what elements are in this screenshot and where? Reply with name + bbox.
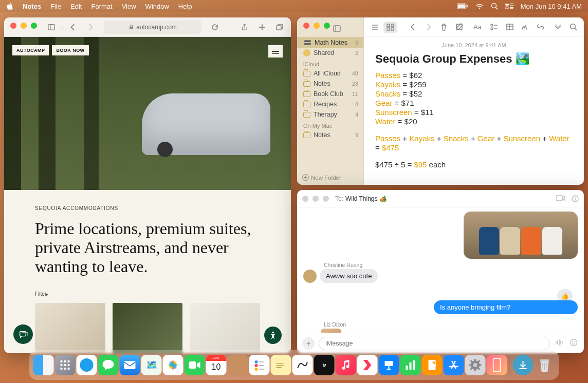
dock-calendar-icon[interactable]: JUN10 — [206, 355, 227, 375]
sidebar-toggle-icon[interactable] — [330, 23, 343, 34]
dock-news-icon[interactable] — [357, 355, 378, 375]
brand-badge[interactable]: AUTOCAMP — [12, 45, 49, 55]
site-menu-button[interactable] — [268, 45, 283, 58]
battery-icon[interactable] — [457, 3, 468, 9]
url-bar[interactable]: autocamp.com — [104, 21, 201, 34]
close-button[interactable] — [302, 196, 308, 202]
table-button[interactable] — [503, 22, 516, 33]
dock-downloads-icon[interactable] — [513, 355, 534, 375]
dock-finder-icon[interactable] — [33, 355, 54, 375]
folder-notes[interactable]: Notes 23 — [297, 79, 363, 89]
new-folder-button[interactable]: + New Folder — [302, 174, 341, 181]
forward-button[interactable] — [83, 21, 98, 33]
dock-notes-icon[interactable] — [271, 355, 291, 375]
wifi-icon[interactable] — [475, 3, 484, 9]
folder-book-club[interactable]: Book Club 11 — [297, 89, 363, 99]
facetime-icon[interactable] — [556, 195, 565, 201]
dock-reminders-icon[interactable] — [249, 355, 270, 375]
filter-button[interactable]: Filter▸ — [35, 291, 260, 297]
dock-tv-icon[interactable]: tv — [314, 355, 335, 375]
menu-edit[interactable]: Edit — [70, 3, 82, 10]
reload-button[interactable] — [208, 21, 222, 33]
minimize-button[interactable] — [313, 196, 319, 202]
accessibility-fab[interactable] — [264, 327, 282, 344]
message-input[interactable] — [319, 337, 550, 350]
outgoing-message[interactable]: Is anyone bringing film? — [434, 300, 578, 314]
delete-note-button[interactable] — [437, 22, 450, 33]
photo-message[interactable] — [464, 212, 578, 259]
menu-file[interactable]: File — [50, 3, 61, 10]
photo-attachment[interactable] — [321, 329, 341, 333]
dock-photos-icon[interactable] — [163, 355, 183, 375]
gallery-view-button[interactable] — [383, 22, 397, 33]
menu-format[interactable]: Format — [91, 3, 112, 10]
dock-messages-icon[interactable] — [98, 355, 119, 375]
minimize-button[interactable] — [314, 23, 320, 29]
dock-contacts-icon[interactable] — [228, 355, 248, 375]
menubar-clock[interactable]: Mon Jun 10 9:41 AM — [521, 3, 582, 10]
control-center-icon[interactable] — [505, 3, 513, 9]
chevron-down-icon[interactable]: ⌄ — [60, 24, 64, 30]
incoming-message[interactable]: Awww soo cute — [320, 269, 378, 283]
spotlight-icon[interactable] — [491, 3, 498, 10]
audio-waveform-icon[interactable] — [554, 339, 564, 348]
dock-keynote-icon[interactable] — [379, 355, 399, 375]
dock-safari-icon[interactable] — [77, 355, 97, 375]
dock-music-icon[interactable] — [336, 355, 356, 375]
back-button[interactable] — [66, 21, 80, 33]
avatar[interactable] — [303, 270, 317, 283]
menu-view[interactable]: View — [122, 3, 136, 10]
folder-math-notes[interactable]: 🟰Math Notes 3 — [297, 37, 363, 48]
sidebar-toggle-icon[interactable] — [44, 21, 59, 33]
dock-numbers-icon[interactable] — [400, 355, 421, 375]
folder-mac-notes[interactable]: Notes 9 — [297, 130, 363, 140]
link-button[interactable] — [534, 22, 547, 33]
zoom-button[interactable] — [324, 23, 330, 29]
tab-overview-button[interactable] — [272, 21, 287, 33]
share-button[interactable] — [237, 21, 252, 33]
accommodation-card[interactable] — [35, 303, 105, 353]
folder-shared[interactable]: Shared 2 — [297, 48, 363, 58]
apple-logo-icon[interactable] — [6, 3, 13, 10]
apps-button[interactable]: + — [302, 337, 315, 350]
messages-body[interactable]: Christine Huang Awww soo cute 👍 Is anyon… — [297, 207, 584, 333]
list-view-button[interactable] — [368, 22, 381, 33]
dock-trash-icon[interactable] — [535, 355, 555, 375]
dock-settings-icon[interactable] — [465, 355, 486, 375]
emoji-picker-icon[interactable] — [568, 338, 579, 348]
folder-all-icloud[interactable]: All iCloud 48 — [297, 68, 363, 79]
close-button[interactable] — [10, 23, 16, 29]
folder-recipes[interactable]: Recipes 8 — [297, 99, 363, 109]
info-icon[interactable] — [572, 195, 579, 202]
menu-help[interactable]: Help — [178, 3, 192, 10]
folder-therapy[interactable]: Therapy 4 — [297, 109, 363, 120]
zoom-button[interactable] — [31, 23, 37, 29]
new-tab-button[interactable] — [255, 21, 269, 33]
search-button[interactable] — [566, 22, 580, 33]
book-now-button[interactable]: BOOK NOW — [52, 45, 88, 55]
more-button[interactable] — [551, 22, 564, 33]
dock-freeform-icon[interactable] — [292, 355, 313, 375]
dock-launchpad-icon[interactable] — [55, 355, 76, 375]
zoom-button[interactable] — [323, 196, 329, 202]
dock-appstore-icon[interactable] — [444, 355, 464, 375]
dock-pages-icon[interactable] — [422, 355, 443, 375]
chat-fab[interactable] — [13, 324, 33, 344]
dock-maps-icon[interactable]: 🗺️ — [141, 355, 162, 375]
back-note-button[interactable] — [406, 22, 419, 33]
menu-window[interactable]: Window — [145, 3, 169, 10]
accommodation-card[interactable] — [113, 303, 183, 353]
format-button[interactable]: Aa — [470, 22, 485, 33]
minimize-button[interactable] — [21, 23, 27, 29]
forward-note-button[interactable] — [421, 22, 435, 33]
dock-facetime-icon[interactable] — [185, 355, 205, 375]
dock-iphone-mirroring-icon[interactable] — [487, 355, 507, 375]
checklist-button[interactable] — [487, 22, 501, 33]
close-button[interactable] — [303, 23, 309, 29]
thread-name[interactable]: Wild Things 🏕️ — [345, 195, 387, 202]
accommodation-card[interactable] — [190, 303, 260, 353]
new-note-button[interactable] — [452, 22, 466, 33]
dock-mail-icon[interactable] — [120, 355, 140, 375]
media-button[interactable] — [518, 22, 531, 33]
menu-app-name[interactable]: Notes — [23, 3, 41, 10]
